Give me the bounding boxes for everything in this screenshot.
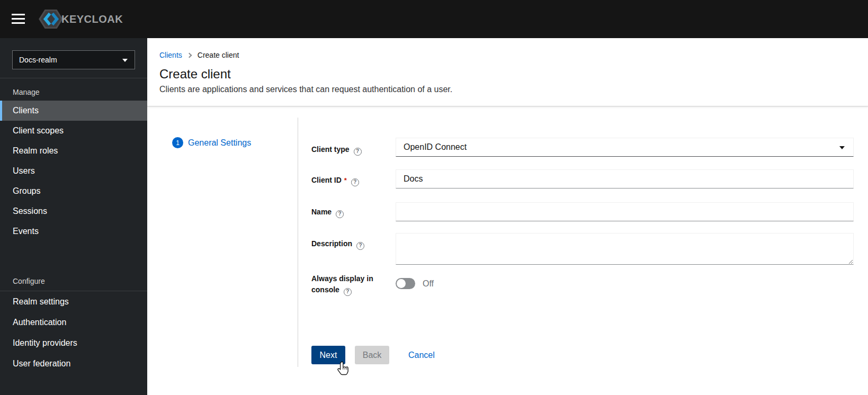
keycloak-logo-icon xyxy=(37,8,65,30)
client-type-label-row: Client type xyxy=(311,144,387,156)
name-label-row: Name xyxy=(311,207,387,218)
next-button[interactable]: Next xyxy=(311,346,345,364)
sidebar-item-groups[interactable]: Groups xyxy=(0,181,147,201)
always-display-toggle[interactable] xyxy=(396,278,415,289)
help-icon[interactable] xyxy=(336,210,344,218)
description-textarea[interactable] xyxy=(396,233,854,265)
create-client-wizard: 1 General Settings Client type OpenID Co… xyxy=(147,106,868,395)
client-id-label-row: Client ID* xyxy=(311,175,387,186)
nav-group-title-manage: Manage xyxy=(0,78,147,101)
client-type-select[interactable]: OpenID Connect xyxy=(396,138,854,157)
nav-group-title-configure: Configure xyxy=(0,267,147,291)
help-icon[interactable] xyxy=(344,288,352,296)
help-icon[interactable] xyxy=(351,178,359,186)
page-description: Clients are applications and services th… xyxy=(159,85,452,94)
keycloak-admin-console: KEYCLOAK Docs-realm Manage Clients Clien… xyxy=(0,0,868,395)
sidebar-item-realm-roles[interactable]: Realm roles xyxy=(0,141,147,161)
realm-selector[interactable]: Docs-realm xyxy=(12,50,135,69)
caret-down-icon xyxy=(839,146,845,149)
breadcrumb-current: Create client xyxy=(198,51,239,59)
step-number-badge: 1 xyxy=(172,137,183,148)
page-header: Clients Create client Create client Clie… xyxy=(147,38,868,106)
client-type-label: Client type xyxy=(311,145,350,154)
sidebar-item-clients[interactable]: Clients xyxy=(0,101,147,121)
client-id-label: Client ID xyxy=(311,176,342,184)
cancel-button[interactable]: Cancel xyxy=(408,346,435,364)
client-type-value: OpenID Connect xyxy=(404,142,467,152)
wizard-step-general-settings[interactable]: 1 General Settings xyxy=(172,137,251,148)
description-label: Description xyxy=(311,239,352,248)
keycloak-logo: KEYCLOAK xyxy=(37,8,123,30)
sidebar-item-client-scopes[interactable]: Client scopes xyxy=(0,121,147,141)
sidebar-item-events[interactable]: Events xyxy=(0,221,147,241)
sidebar-item-sessions[interactable]: Sessions xyxy=(0,201,147,221)
name-input[interactable] xyxy=(396,202,854,221)
page-title: Create client xyxy=(159,67,231,82)
sidebar-item-authentication[interactable]: Authentication xyxy=(0,312,147,333)
sidebar-item-realm-settings[interactable]: Realm settings xyxy=(0,291,147,312)
wizard-divider xyxy=(298,118,298,367)
realm-selector-value: Docs-realm xyxy=(19,56,57,64)
help-icon[interactable] xyxy=(356,242,364,250)
hamburger-menu-icon[interactable] xyxy=(12,14,25,24)
chevron-down-icon xyxy=(122,59,128,62)
toggle-knob xyxy=(397,279,406,288)
sidebar-item-identity-providers[interactable]: Identity providers xyxy=(0,333,147,353)
always-display-switch-row: Off xyxy=(396,278,434,289)
breadcrumb: Clients Create client xyxy=(159,51,239,59)
logo-text: KEYCLOAK xyxy=(61,13,123,25)
sidebar-item-user-federation[interactable]: User federation xyxy=(0,353,147,374)
realm-selector-section: Docs-realm xyxy=(0,38,147,78)
client-id-input[interactable] xyxy=(396,169,854,188)
chevron-right-icon xyxy=(186,52,192,58)
toggle-state-label: Off xyxy=(423,279,434,289)
help-icon[interactable] xyxy=(354,148,362,156)
required-asterisk: * xyxy=(344,176,347,184)
top-bar: KEYCLOAK xyxy=(0,0,868,38)
always-display-label: Always display in console xyxy=(311,274,373,294)
main-content: Clients Create client Create client Clie… xyxy=(147,38,868,395)
sidebar-item-users[interactable]: Users xyxy=(0,161,147,181)
sidebar-nav: Docs-realm Manage Clients Client scopes … xyxy=(0,38,147,395)
name-label: Name xyxy=(311,208,332,216)
always-display-label-row: Always display in console xyxy=(311,273,387,296)
description-label-row: Description xyxy=(311,238,387,250)
back-button[interactable]: Back xyxy=(355,346,389,364)
breadcrumb-clients-link[interactable]: Clients xyxy=(159,51,182,59)
step-label: General Settings xyxy=(188,138,251,148)
